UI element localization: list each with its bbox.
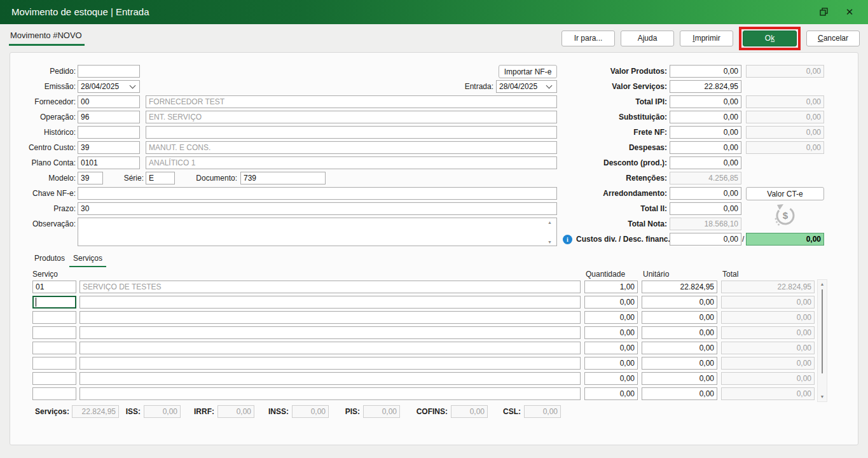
- info-icon[interactable]: i: [563, 235, 572, 244]
- service-quantity-input[interactable]: [584, 387, 638, 400]
- total-nota-field: [670, 218, 741, 230]
- service-quantity-input[interactable]: [584, 357, 638, 370]
- valor-produtos-input[interactable]: [670, 65, 741, 78]
- modelo-input[interactable]: [78, 172, 103, 184]
- substituicao-secondary-field: [746, 111, 824, 123]
- service-unit-price-input[interactable]: [642, 326, 717, 339]
- ok-button[interactable]: Ok: [743, 31, 797, 46]
- scroll-down-icon[interactable]: ▼: [820, 394, 825, 399]
- desconto-prod-input[interactable]: [670, 156, 741, 169]
- tab-movimento-novo[interactable]: Movimento #NOVO: [9, 31, 85, 46]
- service-unit-price-input[interactable]: [642, 311, 717, 324]
- arredondamento-label: Arredondamento:: [487, 187, 667, 200]
- service-code-input[interactable]: [32, 372, 76, 385]
- historico-code-input[interactable]: [78, 126, 140, 139]
- operacao-code-input[interactable]: [78, 111, 140, 123]
- retencoes-field: [670, 172, 741, 184]
- service-total-field: [721, 311, 815, 324]
- ir-para-button[interactable]: Ir para...: [561, 31, 615, 46]
- close-window-icon[interactable]: ✕: [839, 0, 860, 24]
- column-header-unitario: Unitário: [643, 270, 669, 279]
- service-code-input[interactable]: [32, 311, 76, 324]
- ajuda-button[interactable]: Ajuda: [621, 31, 674, 46]
- plano-conta-label: Plano Conta:: [10, 156, 76, 169]
- observacao-label: Observação:: [10, 218, 76, 230]
- service-quantity-input[interactable]: [584, 372, 638, 385]
- service-unit-price-input[interactable]: [642, 372, 717, 385]
- cancelar-button[interactable]: Cancelar: [806, 31, 860, 46]
- service-unit-price-input[interactable]: [642, 342, 717, 354]
- custos-div-input[interactable]: [670, 233, 741, 246]
- total-ipi-input[interactable]: [670, 95, 741, 108]
- tab-servicos[interactable]: Serviços: [69, 254, 106, 267]
- csl-label: CSL:: [500, 405, 521, 418]
- tab-servicos-label: Serviços: [73, 254, 102, 263]
- documento-input[interactable]: [240, 172, 326, 184]
- iss-label: ISS:: [117, 405, 141, 418]
- service-description-field: [79, 372, 581, 385]
- service-code-input[interactable]: [32, 342, 76, 354]
- service-quantity-input[interactable]: [584, 296, 638, 309]
- total-ipi-secondary-field: [746, 95, 824, 108]
- substituicao-input[interactable]: [670, 111, 741, 123]
- serie-input[interactable]: [146, 172, 175, 184]
- service-code-input[interactable]: [32, 387, 76, 400]
- emissao-chevron-down-icon[interactable]: [127, 80, 139, 93]
- custos-div-label: Custos div. / Desc. financ.:: [576, 233, 667, 246]
- service-total-field: [721, 342, 815, 354]
- irrf-field: [217, 405, 254, 418]
- service-unit-price-input[interactable]: [642, 281, 717, 293]
- service-quantity-input[interactable]: [584, 326, 638, 339]
- despesas-input[interactable]: [670, 141, 741, 154]
- service-unit-price-input[interactable]: [642, 387, 717, 400]
- pedido-label: Pedido:: [10, 65, 76, 78]
- frete-nf-label: Frete NF:: [487, 126, 667, 139]
- scrollbar-thumb[interactable]: [822, 289, 823, 373]
- total-ii-input[interactable]: [670, 202, 741, 215]
- valor-cte-button[interactable]: Valor CT-e: [746, 187, 824, 200]
- service-code-input[interactable]: [32, 357, 76, 370]
- entrada-label: Entrada:: [430, 80, 493, 93]
- service-code-input[interactable]: [32, 326, 76, 339]
- service-quantity-input[interactable]: [584, 342, 638, 354]
- centro-custo-label: Centro Custo:: [10, 141, 76, 154]
- service-unit-price-input[interactable]: [642, 357, 717, 370]
- total-nota-label: Total Nota:: [487, 218, 667, 230]
- pedido-input[interactable]: [78, 65, 140, 78]
- prazo-label: Prazo:: [10, 202, 76, 215]
- column-header-total: Total: [722, 270, 738, 279]
- restore-window-icon[interactable]: [813, 0, 835, 24]
- service-row: [10, 281, 858, 293]
- despesas-secondary-field: [746, 141, 824, 154]
- window-title: Movimento de estoque | Entrada: [11, 0, 149, 24]
- frete-nf-input[interactable]: [670, 126, 741, 139]
- prazo-input[interactable]: [78, 202, 557, 215]
- service-quantity-input[interactable]: [584, 311, 638, 324]
- imprimir-button[interactable]: Imprimir: [680, 31, 733, 46]
- observacao-textarea[interactable]: [78, 218, 557, 246]
- service-description-field: [79, 387, 581, 400]
- chave-nfe-input[interactable]: [78, 187, 557, 200]
- modelo-label: Modelo:: [10, 172, 76, 184]
- scroll-up-icon[interactable]: ▲: [820, 282, 825, 287]
- service-code-input[interactable]: [32, 281, 76, 293]
- servicos-total-field: [72, 405, 119, 418]
- arredondamento-input[interactable]: [670, 187, 741, 200]
- plano-conta-code-input[interactable]: [78, 156, 140, 169]
- custos-div-separator: /: [742, 233, 744, 246]
- frete-nf-secondary-field: [746, 126, 824, 139]
- observacao-scroll-down-icon[interactable]: ▼: [548, 240, 552, 244]
- service-description-field: [79, 311, 581, 324]
- valor-servicos-input[interactable]: [670, 80, 741, 93]
- service-quantity-input[interactable]: [584, 281, 638, 293]
- centro-custo-code-input[interactable]: [78, 141, 140, 154]
- grid-scrollbar[interactable]: ▲ ▼: [817, 279, 827, 402]
- valor-servicos-label: Valor Serviços:: [487, 80, 667, 93]
- service-code-input[interactable]: [32, 296, 76, 309]
- fornecedor-label: Fornecedor:: [10, 95, 76, 108]
- currency-sync-icon: $: [771, 202, 799, 230]
- fornecedor-code-input[interactable]: [78, 95, 140, 108]
- tab-produtos[interactable]: Produtos: [33, 254, 66, 266]
- service-unit-price-input[interactable]: [642, 296, 717, 309]
- service-row: [10, 387, 858, 400]
